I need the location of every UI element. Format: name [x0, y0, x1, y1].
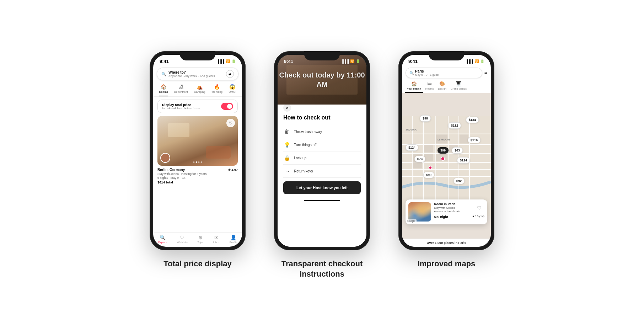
signal-icon: ▐▐▐ — [217, 59, 224, 63]
signal-icon: ▐▐▐ — [466, 59, 473, 63]
price-bubble-124[interactable]: $124 — [406, 144, 418, 151]
phone1-categories: 🏠 Rooms 🏖 Beachfront ⛺ Camping 🔥 Trendin… — [153, 82, 242, 97]
checkout-item-trash: 🗑 Throw trash away — [283, 125, 361, 138]
card-heart-icon[interactable]: ♡ — [477, 205, 482, 211]
price-bubble-116[interactable]: $116 — [468, 137, 481, 143]
signal-icon: ▐▐▐ — [341, 59, 349, 63]
card-image — [408, 202, 431, 222]
phone1-time: 9:41 — [160, 59, 169, 64]
map-view[interactable]: 3RD ARR. LE MARAIS $98 $112 $134 $124 $9… — [402, 93, 491, 239]
phone2-inner: 9:41 ▐▐▐ 🛜 🔋 Check out today by 11:00 AM — [278, 55, 366, 247]
phone1-inner: 9:41 ▐▐▐ 🛜 🔋 🔍 Where to? Anywhere · Any … — [153, 55, 242, 247]
nav-trips[interactable]: ⊕ Trips — [197, 235, 203, 244]
phones-row: 9:41 ▐▐▐ 🛜 🔋 🔍 Where to? Anywhere · Any … — [150, 51, 494, 279]
price-bubble-92[interactable]: $92 — [454, 178, 465, 184]
price-bubble-73[interactable]: $73 — [414, 156, 425, 162]
p3-cat-rooms[interactable]: 🛏 Rooms — [423, 81, 436, 93]
phone3-status-icons: ▐▐▐ 🛜 🔋 — [466, 59, 484, 63]
listing-location: Berlin, Germany — [157, 168, 185, 172]
battery-icon: 🔋 — [356, 59, 360, 63]
nav-explore[interactable]: 🔍 Explore — [158, 235, 167, 244]
wifi-icon: 🛜 — [474, 59, 479, 63]
phone2-section: 9:41 ▐▐▐ 🛜 🔋 Check out today by 11:00 AM — [274, 51, 370, 279]
price-bubble-63[interactable]: $63 — [452, 147, 463, 154]
phone3-categories: 🏠 Your search 🛏 Rooms 🎨 Design 🎹 Grand p… — [402, 80, 491, 93]
phone2-shell: 9:41 ▐▐▐ 🛜 🔋 Check out today by 11:00 AM — [274, 51, 370, 250]
cat-camping[interactable]: ⛺ Camping — [194, 84, 205, 96]
price-bubble-124b[interactable]: $124 — [457, 157, 470, 164]
phone3-time: 9:41 — [408, 59, 418, 64]
search-icon: 🔍 — [161, 72, 166, 76]
phone3-search-dates: May 5 – 7 · 1 guest — [415, 73, 478, 76]
phone2-caption: Transparent checkout instructions — [281, 259, 363, 279]
price-toggle-switch[interactable] — [221, 103, 233, 110]
cat-beachfront[interactable]: 🏖 Beachfront — [174, 84, 188, 96]
map-listing-card[interactable]: Room in Paris Stay with Sophie A room in… — [406, 199, 487, 224]
price-bubble-99-selected[interactable]: $99 — [438, 147, 449, 154]
phone1-search-sub: Anywhere · Any week · Add guests — [168, 74, 224, 78]
cat-omg[interactable]: 😱 OMG! — [229, 84, 236, 96]
places-count-footer: Over 1,000 places in Paris — [402, 239, 491, 247]
key-icon: 🗝 — [283, 168, 290, 174]
price-bubble-112[interactable]: $112 — [448, 122, 461, 129]
p3-cat-design[interactable]: 🎨 Design — [436, 81, 449, 93]
phone1-search-main: Where to? — [168, 70, 224, 74]
svg-rect-16 — [424, 154, 433, 161]
lock-icon: 🔒 — [283, 155, 290, 161]
phone1-caption: Total price display — [163, 259, 232, 269]
price-bubble-98[interactable]: $98 — [420, 115, 431, 122]
price-bubble-134[interactable]: $134 — [466, 117, 479, 123]
phone1-search-bar[interactable]: 🔍 Where to? Anywhere · Any week · Add gu… — [157, 68, 238, 80]
checkout-header-text: Check out today by 11:00 AM — [278, 70, 366, 89]
p3-cat-grand-pianos[interactable]: 🎹 Grand pianos — [449, 81, 469, 93]
nav-inbox[interactable]: ✉ Inbox — [213, 235, 220, 244]
nav-wishlists[interactable]: ♡ Wishlists — [177, 235, 188, 244]
svg-text:3RD ARR.: 3RD ARR. — [406, 128, 417, 131]
toggle-sublabel: Includes all fees, before taxes — [162, 107, 200, 110]
search-icon: 🔍 — [409, 71, 414, 75]
phone3-search-bar[interactable]: 🔍 Paris May 5 – 7 · 1 guest — [406, 68, 482, 78]
wifi-icon: 🛜 — [226, 59, 230, 63]
home-indicator — [304, 200, 340, 201]
checkout-item-turn-off: 💡 Turn things off — [283, 138, 361, 151]
checkout-sheet-title: How to check out — [283, 114, 361, 121]
nav-profile[interactable]: 👤 Profile — [230, 235, 237, 244]
listing-dates: 5 nights · May 9 – 14 — [157, 176, 238, 180]
cat-trending[interactable]: 🔥 Trending — [211, 84, 222, 96]
phone3-caption: Improved maps — [418, 259, 476, 269]
toggle-label: Display total price — [162, 103, 200, 107]
phone1-section: 9:41 ▐▐▐ 🛜 🔋 🔍 Where to? Anywhere · Any … — [150, 51, 246, 269]
profile-icon: 👤 — [230, 235, 236, 240]
wishlists-icon: ♡ — [180, 235, 184, 240]
phone2-status-icons: ▐▐▐ 🛜 🔋 — [341, 59, 360, 63]
p3-cat-your-search[interactable]: 🏠 Your search — [405, 81, 423, 93]
phone3-inner: 9:41 ▐▐▐ 🛜 🔋 🔍 Paris May 5 – 7 · 1 guest — [402, 55, 491, 247]
phone3-search-city: Paris — [415, 69, 478, 73]
filter-button[interactable]: ⇄ — [226, 70, 234, 78]
phone3-search-row: 🔍 Paris May 5 – 7 · 1 guest ⇄ — [402, 66, 491, 80]
svg-rect-13 — [424, 145, 433, 153]
listing-rating: ★ 4.97 — [228, 168, 238, 172]
battery-icon: 🔋 — [480, 59, 484, 63]
listing-title-row: Berlin, Germany ★ 4.97 — [157, 168, 238, 172]
svg-point-22 — [441, 157, 445, 161]
close-button[interactable]: ✕ — [283, 104, 291, 112]
phone1-shell: 9:41 ▐▐▐ 🛜 🔋 🔍 Where to? Anywhere · Any … — [150, 51, 246, 250]
notify-host-button[interactable]: Let your Host know you left — [283, 181, 361, 194]
listing-price: $614 total — [157, 180, 238, 184]
listing-host: Stay with Joana · Hosting for 5 years — [157, 172, 238, 176]
battery-icon: 🔋 — [231, 59, 236, 63]
card-rating: ★5.0 (14) — [472, 215, 484, 218]
image-dots — [193, 161, 202, 163]
phone2-notch — [304, 51, 340, 60]
cat-rooms[interactable]: 🏠 Rooms — [159, 84, 168, 96]
phone3-shell: 9:41 ▐▐▐ 🛜 🔋 🔍 Paris May 5 – 7 · 1 guest — [398, 51, 494, 250]
bottom-nav: 🔍 Explore ♡ Wishlists ⊕ Trips ✉ Inbox — [153, 232, 242, 247]
svg-rect-17 — [460, 135, 468, 144]
phone3-filter-button[interactable]: ⇄ — [484, 71, 487, 75]
price-bubble-99b[interactable]: $99 — [423, 172, 434, 178]
total-price-toggle-row: Display total price Includes all fees, b… — [157, 100, 238, 113]
checkout-sheet: ✕ How to check out 🗑 Throw trash away 💡 … — [278, 99, 366, 247]
svg-text:LE MARAIS: LE MARAIS — [438, 138, 450, 141]
phone3-notch — [429, 51, 464, 60]
